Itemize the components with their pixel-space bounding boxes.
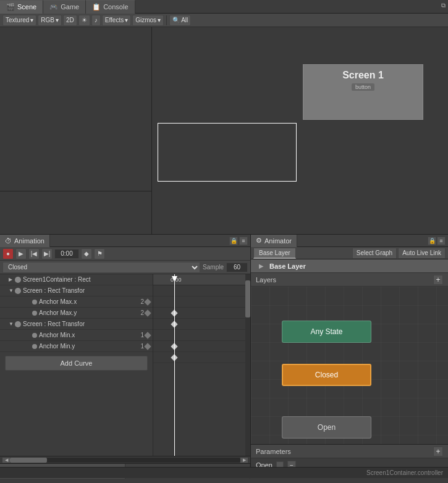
sun-icon-btn[interactable]: ☀ xyxy=(78,15,90,26)
animation-timeline[interactable]: 0:00 xyxy=(153,274,250,456)
animator-tab[interactable]: ⚙ Animator xyxy=(251,235,297,247)
all-label: All xyxy=(181,17,188,23)
prop-icon-1 xyxy=(15,288,21,294)
animation-tab-label: Animation xyxy=(14,237,44,245)
timeline-cursor xyxy=(174,274,175,456)
tab-scene[interactable]: 🎬 Scene xyxy=(0,0,43,14)
animator-menu-btn[interactable]: ≡ xyxy=(437,237,446,245)
animator-state-header: ▶ Base Layer xyxy=(251,259,448,273)
sample-label: Sample xyxy=(203,264,224,271)
timeline-scrollbar-vertical[interactable] xyxy=(245,274,250,456)
prop-anchor-min-y[interactable]: Anchor Min.y 1 xyxy=(0,341,153,352)
timeline-row-0 xyxy=(153,285,250,296)
base-layer-tab[interactable]: Base Layer xyxy=(253,248,296,259)
prop-screen-rect1[interactable]: ▼ Screen : Rect Transfor xyxy=(0,285,153,296)
animator-graph[interactable]: Any State Closed Open xyxy=(251,287,448,444)
textured-dropdown[interactable]: Textured ▾ xyxy=(2,15,36,26)
animator-icon: ⚙ xyxy=(256,237,262,245)
clip-select[interactable]: Closed xyxy=(2,262,200,273)
all-search[interactable]: 🔍 All xyxy=(169,15,191,26)
screen1-card: Screen 1 button xyxy=(303,64,423,120)
audio-icon-btn[interactable]: ♪ xyxy=(91,15,101,26)
prop-name-0: Screen1Container : Rect xyxy=(23,276,150,283)
auto-live-link-button[interactable]: Auto Live Link xyxy=(398,248,446,259)
effects-dropdown[interactable]: Effects ▾ xyxy=(102,15,131,26)
maximize-icon[interactable]: ⧉ xyxy=(441,2,446,9)
add-event-button[interactable]: ⚑ xyxy=(94,248,105,259)
tab-game[interactable]: 🎮 Game xyxy=(43,0,86,14)
prop-screen1container[interactable]: ▶ Screen1Container : Rect xyxy=(0,274,153,285)
parameters-label: Parameters xyxy=(256,448,291,455)
game-object-rect xyxy=(158,123,297,182)
scroll-track[interactable] xyxy=(10,458,240,463)
prop-value-5: 1 xyxy=(135,332,144,338)
layers-add-button[interactable]: + xyxy=(433,275,443,285)
prop-icon-3 xyxy=(32,311,37,316)
timeline-header: 0:00 xyxy=(153,274,250,285)
animation-tab[interactable]: ⏱ Animation xyxy=(0,235,50,247)
prop-value-2: 2 xyxy=(135,298,144,305)
tab-console[interactable]: 📋 Console xyxy=(86,0,135,14)
animator-panel-controls: 🔒 ≡ xyxy=(428,237,448,245)
timeline-scroll-area: ◀ ▶ xyxy=(0,456,250,463)
add-curve-label: Add Curve xyxy=(61,359,93,367)
timeline-row-2 xyxy=(153,308,250,319)
prev-keyframe-button[interactable]: |◀ xyxy=(28,248,40,259)
open-label: Open xyxy=(318,423,336,432)
tab-game-label: Game xyxy=(61,3,79,10)
animator-lock-btn[interactable]: 🔒 xyxy=(428,237,436,245)
any-state-node[interactable]: Any State xyxy=(282,321,371,343)
play-button[interactable]: ▶ xyxy=(15,248,27,259)
prop-name-1: Screen : Rect Transfor xyxy=(23,287,150,294)
prop-icon-0 xyxy=(15,277,21,283)
animator-tab-bar: ⚙ Animator 🔒 ≡ xyxy=(251,235,448,247)
screen1-title: Screen 1 xyxy=(342,70,384,81)
select-graph-button[interactable]: Select Graph xyxy=(352,248,397,259)
animation-menu-btn[interactable]: ≡ xyxy=(239,237,248,245)
viewport-divider-horizontal xyxy=(0,191,151,191)
closed-state-node[interactable]: Closed xyxy=(282,364,371,386)
clip-row: Closed Sample xyxy=(0,261,250,274)
timeline-row-1 xyxy=(153,296,250,308)
open-state-node[interactable]: Open xyxy=(282,416,371,439)
prop-anchor-min-x[interactable]: Anchor Min.x 1 xyxy=(0,330,153,341)
prop-screen-rect2[interactable]: ▼ Screen : Rect Transfor xyxy=(0,319,153,330)
animation-toolbar: ● ▶ |◀ ▶| ◆ ⚑ xyxy=(0,247,250,261)
add-keyframe-button[interactable]: ◆ xyxy=(81,248,92,259)
gizmos-dropdown[interactable]: Gizmos ▾ xyxy=(132,15,164,26)
prop-value-3: 2 xyxy=(135,309,144,316)
rgb-arrow-icon: ▾ xyxy=(56,17,59,23)
animator-footer: Screen1Container.controller xyxy=(0,467,448,478)
record-button[interactable]: ● xyxy=(2,248,14,259)
scroll-right-arrow[interactable]: ▶ xyxy=(240,458,248,463)
scene-toolbar: Textured ▾ RGB ▾ 2D ☀ ♪ Effects ▾ Gizmos… xyxy=(0,14,448,27)
prop-arrow-1: ▼ xyxy=(9,288,15,293)
select-graph-label: Select Graph xyxy=(357,250,392,256)
add-curve-button[interactable]: Add Curve xyxy=(5,356,148,371)
gizmos-arrow-icon: ▾ xyxy=(158,17,161,23)
time-input[interactable] xyxy=(54,249,79,259)
sample-input[interactable] xyxy=(226,262,248,272)
effects-arrow-icon: ▾ xyxy=(125,17,128,23)
prop-icon-6 xyxy=(32,344,37,349)
prop-diamond-5 xyxy=(144,332,151,338)
params-add-button[interactable]: + xyxy=(433,447,443,456)
prop-anchor-max-y[interactable]: Anchor Max.y 2 xyxy=(0,308,153,319)
animation-lock-btn[interactable]: 🔒 xyxy=(229,237,238,245)
prop-anchor-max-x[interactable]: Anchor Max.x 2 xyxy=(0,296,153,308)
twod-button[interactable]: 2D xyxy=(63,15,77,26)
scroll-left-arrow[interactable]: ◀ xyxy=(2,458,10,463)
console-icon: 📋 xyxy=(92,3,101,11)
layer-tab-right: Select Graph Auto Live Link xyxy=(352,248,446,259)
rgb-dropdown[interactable]: RGB ▾ xyxy=(38,15,62,26)
timeline-row-5 xyxy=(153,341,250,352)
effects-label: Effects xyxy=(105,17,124,23)
animation-content: ▶ Screen1Container : Rect ▼ Screen : Rec… xyxy=(0,274,250,456)
textured-label: Textured xyxy=(6,17,29,23)
prop-name-5: Anchor Min.x xyxy=(39,332,135,338)
rgb-label: RGB xyxy=(41,17,54,23)
prop-name-4: Screen : Rect Transfor xyxy=(23,321,150,327)
prop-diamond-3 xyxy=(144,309,151,316)
next-keyframe-button[interactable]: ▶| xyxy=(41,248,53,259)
animator-state-header-label: Base Layer xyxy=(269,262,306,270)
